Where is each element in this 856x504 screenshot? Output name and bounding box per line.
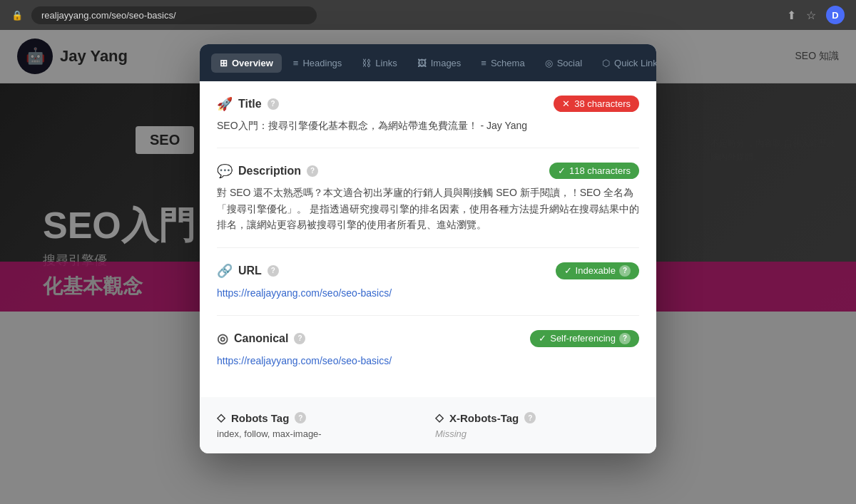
canonical-badge-help-icon[interactable]: ? bbox=[619, 333, 631, 344]
title-label: 🚀 Title ? bbox=[217, 96, 279, 112]
x-robots-tag-label: ◇ X-Robots-Tag ? bbox=[435, 411, 639, 424]
canonical-content: https://realjayyang.com/seo/seo-basics/ bbox=[217, 353, 639, 369]
url-check-icon: ✓ bbox=[564, 265, 572, 276]
description-section-header: 💬 Description ? ✓ 118 characters bbox=[217, 163, 639, 179]
canonical-label: ◎ Canonical ? bbox=[217, 331, 305, 346]
profile-avatar[interactable]: D bbox=[826, 6, 845, 24]
url-badge-help-icon[interactable]: ? bbox=[619, 265, 631, 277]
url-value: https://realjayyang.com/seo/seo-basics/ bbox=[217, 287, 392, 299]
robots-tag-label-text: Robots Tag bbox=[231, 412, 289, 424]
tab-headings-label: Headings bbox=[302, 58, 342, 68]
description-label: 💬 Description ? bbox=[217, 163, 318, 179]
x-robots-tag-col: ◇ X-Robots-Tag ? Missing bbox=[435, 411, 639, 439]
description-section: 💬 Description ? ✓ 118 characters 對 SEO 還… bbox=[217, 163, 639, 247]
lock-icon: 🔒 bbox=[11, 10, 23, 21]
seo-analysis-modal: ⊞ Overview ≡ Headings ⛓ Links 🖼 Images ≡… bbox=[200, 44, 656, 453]
canonical-check-icon: ✓ bbox=[539, 333, 546, 344]
headings-icon: ≡ bbox=[293, 58, 299, 68]
tab-quicklinks[interactable]: ⬡ Quick Links bbox=[593, 53, 656, 73]
url-badge: ✓ Indexable ? bbox=[556, 262, 639, 279]
canonical-section-header: ◎ Canonical ? ✓ Self-referencing ? bbox=[217, 330, 639, 347]
quicklinks-icon: ⬡ bbox=[602, 58, 610, 68]
address-bar[interactable]: realjayyang.com/seo/seo-basics/ bbox=[31, 6, 317, 24]
badge-x-icon: ✕ bbox=[562, 98, 570, 109]
canonical-icon: ◎ bbox=[217, 331, 228, 346]
modal-body: 🚀 Title ? ✕ 38 characters SEO入門：搜尋引擎優化基本… bbox=[200, 81, 656, 397]
schema-icon: ≡ bbox=[481, 58, 486, 68]
url-section-header: 🔗 URL ? ✓ Indexable ? bbox=[217, 262, 639, 279]
tab-links[interactable]: ⛓ Links bbox=[353, 53, 405, 73]
canonical-value: https://realjayyang.com/seo/seo-basics/ bbox=[217, 355, 392, 366]
canonical-section: ◎ Canonical ? ✓ Self-referencing ? https… bbox=[217, 330, 639, 383]
x-robots-tag-value: Missing bbox=[435, 428, 639, 439]
modal-overlay: ⊞ Overview ≡ Headings ⛓ Links 🖼 Images ≡… bbox=[0, 30, 856, 504]
tab-images[interactable]: 🖼 Images bbox=[409, 53, 470, 73]
description-character-count: 118 characters bbox=[569, 165, 631, 176]
tab-overview-label: Overview bbox=[232, 58, 273, 68]
tab-overview[interactable]: ⊞ Overview bbox=[211, 53, 282, 73]
share-icon[interactable]: ⬆ bbox=[787, 9, 796, 22]
tab-links-label: Links bbox=[375, 58, 397, 68]
title-help-icon[interactable]: ? bbox=[268, 98, 279, 110]
canonical-badge-text: Self-referencing bbox=[550, 333, 616, 344]
social-icon: ◎ bbox=[545, 58, 553, 68]
tab-social[interactable]: ◎ Social bbox=[536, 53, 591, 73]
description-label-text: Description bbox=[238, 165, 301, 178]
star-icon[interactable]: ☆ bbox=[806, 9, 816, 22]
robots-tag-help-icon[interactable]: ? bbox=[295, 412, 306, 423]
x-robots-tag-help-icon[interactable]: ? bbox=[524, 412, 536, 423]
url-badge-wrapper: ✓ Indexable ? bbox=[556, 262, 639, 279]
title-section-header: 🚀 Title ? ✕ 38 characters bbox=[217, 96, 639, 112]
description-content: 對 SEO 還不太熟悉嗎？本文適合初出茅廬的行銷人員與剛接觸 SEO 新手閱讀，… bbox=[217, 185, 639, 232]
tab-schema[interactable]: ≡ Schema bbox=[472, 53, 533, 73]
tab-images-label: Images bbox=[431, 58, 462, 68]
url-icon: 🔗 bbox=[217, 263, 233, 279]
tab-headings[interactable]: ≡ Headings bbox=[285, 53, 351, 73]
url-section: 🔗 URL ? ✓ Indexable ? https://realjayyan… bbox=[217, 262, 639, 316]
canonical-badge-wrapper: ✓ Self-referencing ? bbox=[530, 330, 639, 347]
canonical-badge: ✓ Self-referencing ? bbox=[530, 330, 639, 347]
links-icon: ⛓ bbox=[362, 58, 371, 68]
url-label: 🔗 URL ? bbox=[217, 263, 279, 279]
url-help-icon[interactable]: ? bbox=[268, 265, 279, 277]
title-badge: ✕ 38 characters bbox=[554, 96, 639, 112]
description-icon: 💬 bbox=[217, 163, 233, 179]
title-character-count: 38 characters bbox=[574, 98, 631, 109]
x-robots-tag-label-text: X-Robots-Tag bbox=[449, 412, 519, 424]
robots-tag-icon: ◇ bbox=[217, 411, 225, 424]
tab-social-label: Social bbox=[557, 58, 582, 68]
images-icon: 🖼 bbox=[417, 58, 427, 68]
canonical-label-text: Canonical bbox=[234, 332, 288, 345]
robots-tag-value: index, follow, max-image- bbox=[217, 428, 421, 439]
canonical-help-icon[interactable]: ? bbox=[294, 333, 305, 344]
description-help-icon[interactable]: ? bbox=[307, 165, 318, 177]
overview-icon: ⊞ bbox=[220, 58, 228, 68]
modal-nav: ⊞ Overview ≡ Headings ⛓ Links 🖼 Images ≡… bbox=[200, 44, 656, 81]
robots-tag-col: ◇ Robots Tag ? index, follow, max-image- bbox=[217, 411, 421, 439]
tab-schema-label: Schema bbox=[491, 58, 525, 68]
badge-check-icon: ✓ bbox=[558, 165, 566, 176]
browser-toolbar: ⬆ ☆ D bbox=[787, 6, 845, 24]
description-badge: ✓ 118 characters bbox=[549, 163, 639, 179]
title-content: SEO入門：搜尋引擎優化基本觀念，為網站帶進免費流量！ - Jay Yang bbox=[217, 118, 639, 133]
url-label-text: URL bbox=[238, 264, 262, 277]
title-section: 🚀 Title ? ✕ 38 characters SEO入門：搜尋引擎優化基本… bbox=[217, 96, 639, 148]
title-icon: 🚀 bbox=[217, 96, 233, 112]
x-robots-tag-icon: ◇ bbox=[435, 411, 444, 424]
url-indexable-text: Indexable bbox=[576, 265, 616, 276]
bottom-section: ◇ Robots Tag ? index, follow, max-image-… bbox=[200, 397, 656, 453]
robots-tag-label: ◇ Robots Tag ? bbox=[217, 411, 421, 424]
browser-chrome: 🔒 realjayyang.com/seo/seo-basics/ ⬆ ☆ D bbox=[0, 0, 856, 30]
url-content: https://realjayyang.com/seo/seo-basics/ bbox=[217, 285, 639, 301]
tab-quicklinks-label: Quick Links bbox=[614, 58, 656, 68]
title-label-text: Title bbox=[238, 98, 262, 110]
